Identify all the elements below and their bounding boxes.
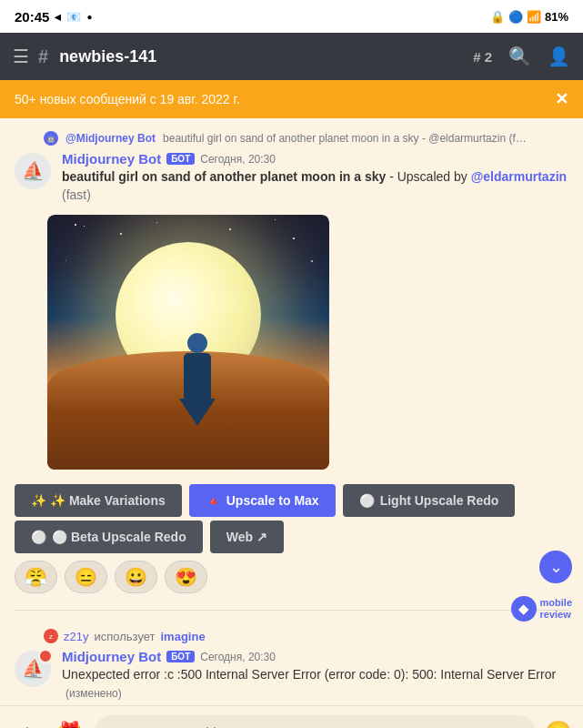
notification-bar: 50+ новых сообщений с 19 авг. 2022 г. ✕ (0, 80, 583, 118)
nav-right: # 2 🔍 👤 (473, 46, 570, 67)
reply-text: beautiful girl on sand of another planet… (163, 132, 527, 145)
beta-upscale-redo-button[interactable]: ⚪ ⚪ Beta Upscale Redo (15, 521, 203, 553)
message-time-2: Сегодня, 20:30 (200, 651, 276, 663)
light-upscale-icon: ⚪ (359, 493, 375, 508)
beta-upscale-label: ⚪ Beta Upscale Redo (52, 530, 186, 544)
reaction-love[interactable]: 😍 (165, 561, 207, 593)
web-label: Web ↗ (226, 530, 267, 544)
figure-head (187, 333, 207, 353)
notification-text: 50+ новых сообщений с 19 авг. 2022 г. (15, 92, 240, 106)
nav-left: ☰ # newbies-141 (13, 46, 156, 67)
beta-upscale-icon: ⚪ (31, 530, 46, 544)
message-image (47, 215, 329, 470)
watermark-logo: ◆ (511, 596, 537, 622)
status-right: 🔒 🔵 📶 81% (490, 10, 568, 24)
members-count: 2 (485, 49, 492, 65)
add-icon: + (22, 721, 34, 728)
time-display: 20:45 (15, 9, 49, 25)
make-variations-button[interactable]: ✨ ✨ Make Variations (15, 484, 182, 517)
reply-bot-name: @Midjourney Bot (65, 132, 156, 145)
z21u-small-avatar: z (44, 629, 58, 643)
changed-tag: (изменено) (65, 687, 122, 700)
reply-avatar: 🤖 (44, 131, 58, 146)
prompt-text: beautiful girl on sand of another planet… (62, 169, 386, 184)
error-content: Unexpected error :c :500 Internal Server… (62, 667, 556, 682)
fast-tag: (fast) (62, 187, 91, 202)
imagine-command: imagine (161, 630, 206, 643)
action-buttons-row-2: ⚪ ⚪ Beta Upscale Redo Web ↗ (0, 521, 583, 557)
dot-indicator: ● (86, 12, 92, 22)
notification-dot (42, 649, 53, 660)
bot-badge-2: БОТ (166, 651, 195, 662)
search-icon[interactable]: 🔍 (508, 46, 531, 67)
message-content-2: Midjourney Bot БОТ Сегодня, 20:30 Unexpe… (62, 649, 568, 702)
watermark: ◆ mobilereview (511, 596, 572, 622)
figure (175, 333, 220, 406)
bot-name-2: Midjourney Bot (62, 649, 161, 664)
signal-bars: 📶 (527, 10, 541, 24)
message-time-1: Сегодня, 20:30 (200, 153, 276, 166)
upscale-icon: 🔺 (206, 493, 221, 508)
hash-icon: # (38, 46, 48, 67)
location-icon: ◂ (55, 10, 61, 24)
message-image-container (47, 215, 329, 470)
data-icon: 📧 (66, 10, 81, 24)
z21u-name: z21у (64, 630, 88, 643)
message-header-1: Midjourney Bot БОТ Сегодня, 20:30 (62, 151, 568, 167)
gift-button[interactable]: 🎁 (53, 716, 85, 728)
action-buttons-row-1: ✨ ✨ Make Variations 🔺 Upscale to Max ⚪ L… (0, 477, 583, 521)
gift-icon: 🎁 (57, 721, 82, 728)
error-text: Unexpected error :c :500 Internal Server… (62, 666, 568, 702)
reactions-row: 😤 😑 😀 😍 (0, 557, 583, 602)
status-bar: 20:45 ◂ 📧 ● 🔒 🔵 📶 81% (0, 0, 583, 33)
close-notification-button[interactable]: ✕ (555, 89, 568, 109)
members-count-area[interactable]: # 2 (473, 49, 492, 65)
lock-icon: 🔒 (490, 10, 505, 24)
bot-avatar-2: ⛵ (15, 651, 51, 687)
member-icon[interactable]: 👤 (548, 46, 570, 67)
emoji-button[interactable]: 😊 (545, 720, 572, 728)
imagine-preview: z z21у использует imagine (0, 625, 583, 645)
message-text-1: beautiful girl on sand of another planet… (62, 168, 568, 204)
message-input[interactable] (95, 715, 536, 728)
make-variations-label: ✨ Make Variations (50, 493, 166, 508)
bluetooth-icon: 🔵 (508, 10, 523, 24)
nav-bar: ☰ # newbies-141 # 2 🔍 👤 (0, 33, 583, 80)
message-row-1: ⛵ Midjourney Bot БОТ Сегодня, 20:30 beau… (0, 147, 583, 207)
menu-icon[interactable]: ☰ (13, 46, 29, 67)
make-variations-icon: ✨ (31, 493, 46, 508)
watermark-text: mobilereview (540, 597, 572, 621)
figure-skirt (179, 399, 216, 426)
message-header-2: Midjourney Bot БОТ Сегодня, 20:30 (62, 649, 568, 664)
chat-area: 🤖 @Midjourney Bot beautiful girl on sand… (0, 118, 583, 705)
input-bar: + 🎁 😊 (0, 705, 583, 728)
mention-1: @eldarmurtazin (471, 169, 567, 184)
figure-body (184, 353, 211, 399)
upscale-label: Upscale to Max (226, 493, 319, 508)
bot-avatar: ⛵ (15, 153, 51, 189)
light-upscale-redo-button[interactable]: ⚪ Light Upscale Redo (343, 484, 516, 517)
add-button[interactable]: + (11, 716, 44, 728)
bot-badge-1: БОТ (166, 153, 195, 165)
uses-text: использует (94, 630, 155, 643)
members-hash-icon: # (473, 49, 480, 65)
bot-name-1: Midjourney Bot (62, 151, 161, 167)
light-upscale-label: Light Upscale Redo (380, 493, 499, 508)
upscaled-by-text: - Upscaled by (386, 169, 470, 184)
battery-level: 81% (545, 10, 568, 24)
channel-name: newbies-141 (59, 47, 156, 66)
message-content-1: Midjourney Bot БОТ Сегодня, 20:30 beauti… (62, 151, 568, 204)
status-left: 20:45 ◂ 📧 ● (15, 9, 92, 25)
reaction-angry[interactable]: 😤 (15, 561, 57, 593)
web-button[interactable]: Web ↗ (210, 521, 284, 553)
upscale-to-max-button[interactable]: 🔺 Upscale to Max (189, 484, 336, 517)
reaction-neutral[interactable]: 😑 (65, 561, 107, 593)
emoji-icon: 😊 (545, 720, 572, 728)
reply-preview: 🤖 @Midjourney Bot beautiful girl on sand… (0, 127, 583, 147)
message-divider (15, 610, 568, 611)
reaction-happy[interactable]: 😀 (115, 561, 157, 593)
second-message: z z21у использует imagine ⛵ Midjourney B… (0, 618, 583, 705)
message-row-2: ⛵ Midjourney Bot БОТ Сегодня, 20:30 Unex… (0, 645, 583, 705)
